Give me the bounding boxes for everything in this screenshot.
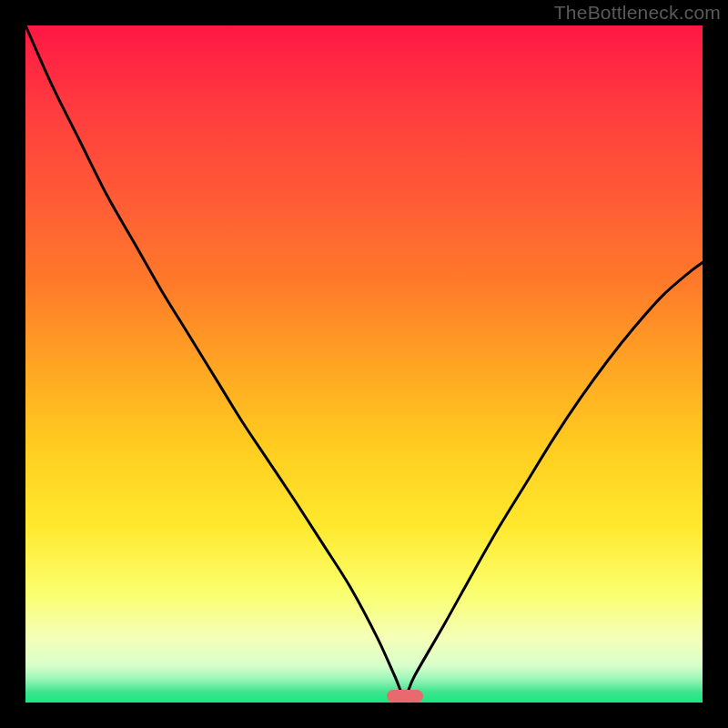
optimal-marker [387,690,423,703]
bottleneck-curve [25,25,703,703]
watermark-label: TheBottleneck.com [554,2,721,24]
chart-frame: TheBottleneck.com [0,0,728,728]
plot-area [25,25,703,703]
